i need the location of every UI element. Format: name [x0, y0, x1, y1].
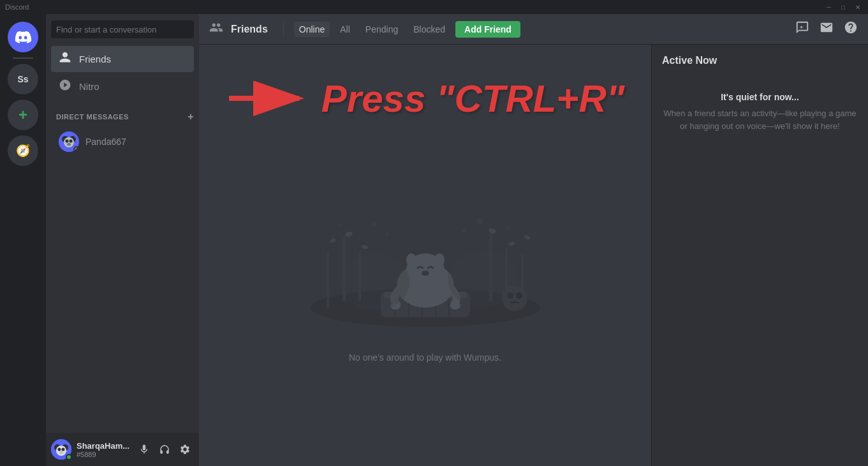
wumpus-area: No one's around to play with Wumpus.	[291, 199, 559, 363]
headphones-button[interactable]	[156, 440, 173, 458]
add-server-icon[interactable]: +	[8, 100, 38, 130]
tab-online[interactable]: Online	[294, 22, 330, 37]
mic-button[interactable]	[135, 440, 153, 458]
svg-point-38	[361, 244, 368, 250]
svg-point-54	[448, 250, 518, 308]
svg-point-53	[339, 253, 409, 311]
ctrl-r-text: Press "CTRL+R"	[321, 77, 624, 121]
svg-point-3	[64, 137, 74, 147]
svg-point-27	[406, 253, 416, 266]
app-body: Ss + 🧭 Friends	[0, 14, 868, 466]
svg-point-48	[462, 229, 466, 233]
friends-label: Friends	[79, 54, 111, 64]
tab-pending[interactable]: Pending	[360, 22, 403, 37]
active-now-empty: It's quiet for now... When a friend star…	[662, 92, 858, 132]
add-dm-button[interactable]: +	[188, 111, 194, 123]
dm-sidebar: Friends Nitro DIRECT MESSAGES +	[46, 14, 199, 466]
user-panel: SharqaHam... #5889	[46, 433, 199, 466]
content-body: Press "CTRL+R"	[199, 45, 868, 466]
svg-point-40	[487, 227, 496, 235]
settings-button[interactable]	[176, 440, 194, 458]
maximize-button[interactable]: □	[839, 4, 848, 11]
help-icon[interactable]	[844, 20, 858, 38]
home-server-icon[interactable]	[8, 22, 38, 52]
user-server-icon[interactable]: Ss	[8, 64, 38, 94]
dm-nav: Friends Nitro DIRECT MESSAGES +	[46, 45, 199, 433]
svg-point-10	[56, 446, 66, 456]
svg-point-47	[385, 232, 389, 236]
svg-point-39	[329, 237, 337, 244]
topbar-friends-title: Friends	[231, 24, 268, 35]
user-panel-actions	[135, 440, 194, 458]
sidebar-item-nitro[interactable]: Nitro	[51, 73, 194, 100]
current-user-avatar	[51, 439, 71, 460]
tab-blocked[interactable]: Blocked	[408, 22, 450, 37]
dm-section-header: DIRECT MESSAGES +	[46, 101, 199, 125]
main-content: Friends Online All Pending Blocked Add F…	[199, 14, 868, 466]
active-now-panel: Active Now It's quiet for now... When a …	[651, 45, 868, 466]
tab-all[interactable]: All	[335, 22, 355, 37]
friends-topbar-icon	[209, 20, 223, 38]
svg-point-28	[434, 253, 445, 266]
topbar-divider	[283, 22, 284, 37]
new-group-dm-icon[interactable]	[795, 20, 809, 38]
search-input[interactable]	[51, 20, 194, 38]
svg-point-41	[508, 241, 515, 246]
svg-point-37	[344, 230, 353, 238]
svg-point-42	[524, 234, 531, 241]
panda667-name: Panda667	[85, 137, 126, 147]
current-user-name: SharqaHam...	[77, 441, 130, 451]
friends-icon	[59, 51, 71, 67]
svg-point-43	[372, 222, 377, 227]
direct-messages-label: DIRECT MESSAGES	[56, 113, 129, 121]
sidebar-item-friends[interactable]: Friends	[51, 46, 194, 72]
svg-point-26	[422, 271, 429, 276]
svg-point-30	[450, 302, 460, 310]
add-friend-button[interactable]: Add Friend	[455, 21, 520, 38]
ctrl-r-overlay: Press "CTRL+R"	[199, 77, 651, 121]
titlebar: Discord ─ □ ✕	[0, 0, 868, 14]
user-initials: Ss	[17, 74, 28, 84]
nitro-label: Nitro	[79, 81, 99, 92]
explore-icon[interactable]: 🧭	[8, 135, 38, 166]
svg-point-6	[67, 143, 71, 146]
current-user-status	[66, 454, 72, 460]
wumpus-illustration	[291, 199, 559, 340]
app-title: Discord	[5, 3, 29, 11]
inbox-icon[interactable]	[820, 20, 834, 38]
svg-point-44	[476, 218, 483, 225]
active-now-empty-desc: When a friend starts an activity—like pl…	[662, 107, 858, 132]
svg-point-13	[59, 451, 63, 454]
svg-point-4	[66, 140, 69, 143]
explore-label: 🧭	[16, 144, 30, 158]
minimize-button[interactable]: ─	[824, 4, 834, 11]
topbar: Friends Online All Pending Blocked Add F…	[199, 14, 868, 45]
wumpus-caption: No one's around to play with Wumpus.	[349, 352, 501, 363]
svg-point-12	[62, 448, 65, 451]
active-now-title: Active Now	[662, 55, 858, 66]
close-button[interactable]: ✕	[853, 4, 863, 11]
svg-point-51	[516, 292, 522, 299]
svg-point-45	[506, 226, 510, 230]
ctrl-r-arrow	[226, 81, 309, 116]
window-controls: ─ □ ✕	[824, 4, 863, 11]
active-now-empty-title: It's quiet for now...	[662, 92, 858, 102]
user-status-offline	[73, 146, 79, 152]
svg-rect-33	[327, 250, 329, 308]
svg-point-5	[70, 140, 73, 143]
nitro-icon	[59, 79, 71, 94]
add-icon: +	[18, 106, 27, 124]
current-user-tag: #5889	[77, 451, 130, 458]
server-divider	[13, 57, 33, 59]
friends-area: Press "CTRL+R"	[199, 45, 651, 466]
svg-point-46	[337, 223, 341, 227]
server-bar: Ss + 🧭	[0, 14, 46, 466]
topbar-actions	[795, 20, 858, 38]
user-panel-info: SharqaHam... #5889	[77, 441, 130, 458]
dm-user-panda667[interactable]: Panda667	[51, 126, 194, 157]
svg-point-11	[58, 448, 61, 451]
dm-search-container	[46, 14, 199, 45]
panda667-avatar	[59, 132, 79, 152]
